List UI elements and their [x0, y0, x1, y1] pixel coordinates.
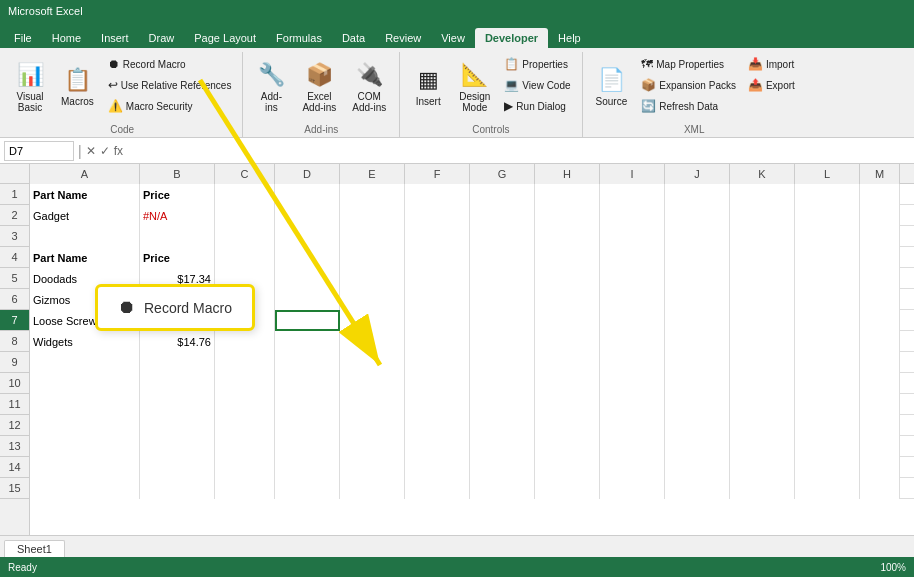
cell-F5[interactable] [405, 268, 470, 289]
cell-K5[interactable] [730, 268, 795, 289]
cell-B3[interactable] [140, 226, 215, 247]
ribbon-tab-insert[interactable]: Insert [91, 28, 139, 48]
cell-I10[interactable] [600, 373, 665, 394]
cell-K2[interactable] [730, 205, 795, 226]
cell-F8[interactable] [405, 331, 470, 352]
ribbon-tab-data[interactable]: Data [332, 28, 375, 48]
cell-B15[interactable] [140, 478, 215, 499]
cell-I11[interactable] [600, 394, 665, 415]
addins-button[interactable]: 🔧 Add-ins [249, 54, 293, 120]
insert-function-icon[interactable]: fx [114, 144, 123, 158]
macros-button[interactable]: 📋 Macros [54, 54, 101, 120]
cell-F15[interactable] [405, 478, 470, 499]
cell-M5[interactable] [860, 268, 900, 289]
cell-C13[interactable] [215, 436, 275, 457]
cell-K15[interactable] [730, 478, 795, 499]
row-header-7[interactable]: 7 [0, 310, 29, 331]
cell-F4[interactable] [405, 247, 470, 268]
cell-F13[interactable] [405, 436, 470, 457]
cell-A9[interactable] [30, 352, 140, 373]
col-header-m[interactable]: M [860, 164, 900, 184]
cell-E7[interactable] [340, 310, 405, 331]
row-header-4[interactable]: 4 [0, 247, 29, 268]
cell-G1[interactable] [470, 184, 535, 205]
cell-H8[interactable] [535, 331, 600, 352]
ribbon-tab-file[interactable]: File [4, 28, 42, 48]
cell-A3[interactable] [30, 226, 140, 247]
cell-H11[interactable] [535, 394, 600, 415]
formula-input[interactable] [127, 141, 910, 161]
cell-G11[interactable] [470, 394, 535, 415]
cell-C8[interactable] [215, 331, 275, 352]
row-header-1[interactable]: 1 [0, 184, 29, 205]
cell-C9[interactable] [215, 352, 275, 373]
cell-C4[interactable] [215, 247, 275, 268]
cell-J12[interactable] [665, 415, 730, 436]
row-header-10[interactable]: 10 [0, 373, 29, 394]
cell-L6[interactable] [795, 289, 860, 310]
cell-J15[interactable] [665, 478, 730, 499]
cell-D5[interactable] [275, 268, 340, 289]
cell-D13[interactable] [275, 436, 340, 457]
cell-C15[interactable] [215, 478, 275, 499]
cell-M9[interactable] [860, 352, 900, 373]
cell-L2[interactable] [795, 205, 860, 226]
cell-L11[interactable] [795, 394, 860, 415]
cell-E13[interactable] [340, 436, 405, 457]
cell-I8[interactable] [600, 331, 665, 352]
cell-J13[interactable] [665, 436, 730, 457]
ribbon-tab-help[interactable]: Help [548, 28, 591, 48]
cell-M14[interactable] [860, 457, 900, 478]
cell-I1[interactable] [600, 184, 665, 205]
cancel-formula-icon[interactable]: ✕ [86, 144, 96, 158]
cell-B2[interactable]: #N/A [140, 205, 215, 226]
cell-G6[interactable] [470, 289, 535, 310]
cell-E5[interactable] [340, 268, 405, 289]
cell-K4[interactable] [730, 247, 795, 268]
cell-J9[interactable] [665, 352, 730, 373]
cell-M3[interactable] [860, 226, 900, 247]
cell-H12[interactable] [535, 415, 600, 436]
cell-H15[interactable] [535, 478, 600, 499]
cell-K6[interactable] [730, 289, 795, 310]
cell-G10[interactable] [470, 373, 535, 394]
cell-K13[interactable] [730, 436, 795, 457]
cell-A1[interactable]: Part Name [30, 184, 140, 205]
cell-M4[interactable] [860, 247, 900, 268]
cell-A2[interactable]: Gadget [30, 205, 140, 226]
cell-I3[interactable] [600, 226, 665, 247]
cell-A13[interactable] [30, 436, 140, 457]
cell-I12[interactable] [600, 415, 665, 436]
col-header-c[interactable]: C [215, 164, 275, 184]
row-header-14[interactable]: 14 [0, 457, 29, 478]
cell-B11[interactable] [140, 394, 215, 415]
cell-K7[interactable] [730, 310, 795, 331]
cell-G15[interactable] [470, 478, 535, 499]
cell-F9[interactable] [405, 352, 470, 373]
cell-M8[interactable] [860, 331, 900, 352]
cell-J14[interactable] [665, 457, 730, 478]
cell-M15[interactable] [860, 478, 900, 499]
cell-E8[interactable] [340, 331, 405, 352]
cell-E4[interactable] [340, 247, 405, 268]
row-header-5[interactable]: 5 [0, 268, 29, 289]
cell-C3[interactable] [215, 226, 275, 247]
cell-E15[interactable] [340, 478, 405, 499]
row-header-6[interactable]: 6 [0, 289, 29, 310]
cell-F1[interactable] [405, 184, 470, 205]
cell-J10[interactable] [665, 373, 730, 394]
cell-G4[interactable] [470, 247, 535, 268]
cell-C11[interactable] [215, 394, 275, 415]
cell-L15[interactable] [795, 478, 860, 499]
cell-A11[interactable] [30, 394, 140, 415]
cell-E9[interactable] [340, 352, 405, 373]
cell-I7[interactable] [600, 310, 665, 331]
cell-D14[interactable] [275, 457, 340, 478]
cell-G14[interactable] [470, 457, 535, 478]
cell-K12[interactable] [730, 415, 795, 436]
cell-C1[interactable] [215, 184, 275, 205]
row-header-11[interactable]: 11 [0, 394, 29, 415]
cell-K14[interactable] [730, 457, 795, 478]
cell-B12[interactable] [140, 415, 215, 436]
export-button[interactable]: 📤 Export [743, 75, 800, 95]
